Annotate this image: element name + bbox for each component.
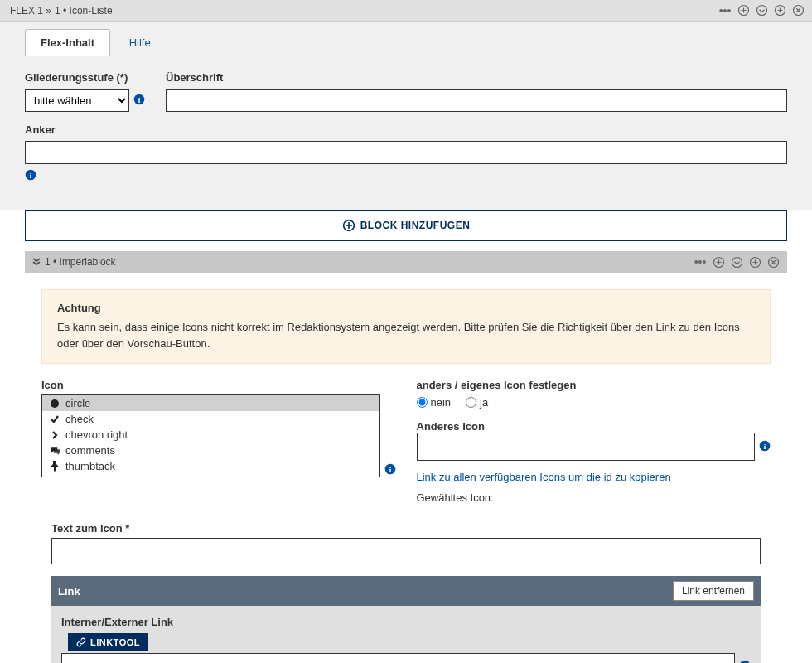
- form-area: Gliederungsstufe (*) bitte wählen i Über…: [0, 56, 812, 210]
- info-icon[interactable]: i: [25, 169, 787, 183]
- svg-point-1: [756, 6, 766, 16]
- anker-label: Anker: [25, 123, 787, 136]
- add-block-button[interactable]: BLOCK HINZUFÜGEN: [25, 210, 787, 241]
- circle-plus-icon[interactable]: [711, 254, 726, 269]
- icon-item-label: circle: [65, 397, 90, 409]
- warning-box: Achtung Es kann sein, dass einige Icons …: [41, 289, 771, 364]
- linktool-label: LINKTOOL: [90, 637, 140, 647]
- breadcrumb-flex[interactable]: FLEX 1 »: [10, 5, 51, 17]
- collapse-icon[interactable]: [31, 256, 41, 269]
- thumbtack-icon: [49, 461, 60, 472]
- circle-close-icon[interactable]: [790, 3, 805, 18]
- warning-title: Achtung: [57, 302, 755, 314]
- subpanel-header: 1 • Imperiablock •••: [25, 251, 787, 273]
- info-icon[interactable]: i: [133, 94, 145, 108]
- intext-link-label: Interner/Externer Link: [61, 616, 751, 628]
- circle-down-icon[interactable]: [754, 3, 769, 18]
- more-icon[interactable]: •••: [693, 254, 708, 269]
- icon-item-circle[interactable]: circle: [42, 395, 379, 411]
- gliederung-select[interactable]: bitte wählen: [25, 89, 129, 112]
- chevron-right-icon: [49, 429, 60, 441]
- icons-link[interactable]: Link zu allen verfügbaren Icons um die i…: [417, 471, 671, 483]
- icon-item-thumbtack[interactable]: thumbtack: [42, 458, 379, 474]
- circle-add-icon[interactable]: [747, 254, 762, 269]
- link-remove-button[interactable]: Link entfernen: [673, 581, 754, 601]
- ueberschrift-label: Überschrift: [166, 71, 787, 84]
- breadcrumb-current: 1 • Icon-Liste: [55, 5, 113, 17]
- icon-item-label: comments: [65, 444, 115, 457]
- radio-ja[interactable]: ja: [466, 396, 488, 409]
- circle-close-icon[interactable]: [766, 254, 781, 269]
- link-header: Link Link entfernen: [51, 576, 761, 606]
- comments-icon: [49, 445, 60, 457]
- icon-item-label: check: [65, 413, 94, 425]
- anker-input[interactable]: [25, 141, 787, 164]
- icon-label: Icon: [41, 379, 64, 391]
- icon-item-chevron-right[interactable]: chevron right: [42, 427, 379, 443]
- circle-plus-icon[interactable]: [736, 3, 751, 18]
- circle-down-icon[interactable]: [729, 254, 744, 269]
- anderes-icon-label: Anderes Icon: [417, 420, 485, 433]
- info-icon[interactable]: i: [384, 463, 396, 477]
- svg-point-10: [732, 257, 742, 267]
- text-icon-input[interactable]: [51, 538, 761, 564]
- text-icon-label: Text zum Icon *: [51, 522, 129, 535]
- anderes-icon-input[interactable]: [417, 433, 756, 461]
- tab-bar: Flex-Inhalt Hilfe: [0, 22, 812, 56]
- linktool-button[interactable]: LINKTOOL: [68, 633, 148, 651]
- check-icon: [49, 414, 60, 425]
- radio-nein[interactable]: nein: [417, 396, 452, 409]
- icon-item-label: thumbtack: [65, 460, 115, 472]
- circle-icon: [49, 398, 60, 409]
- add-block-label: BLOCK HINZUFÜGEN: [360, 220, 471, 231]
- icon-item-check[interactable]: check: [42, 411, 379, 427]
- icon-item-comments[interactable]: comments: [42, 443, 379, 458]
- icon-item-label: chevron right: [65, 428, 128, 441]
- link-header-title: Link: [58, 585, 80, 598]
- tab-flex-inhalt[interactable]: Flex-Inhalt: [25, 29, 110, 56]
- gliederung-label: Gliederungsstufe (*): [25, 71, 145, 84]
- ueberschrift-input[interactable]: [166, 89, 787, 112]
- info-icon[interactable]: i: [759, 440, 771, 454]
- link-input[interactable]: [61, 653, 735, 663]
- svg-point-13: [51, 399, 59, 408]
- custom-icon-label: anders / eigenes Icon festlegen: [417, 379, 577, 391]
- circle-add-icon[interactable]: [772, 3, 787, 18]
- gewaehltes-icon-label: Gewähltes Icon:: [417, 491, 771, 504]
- warning-text: Es kann sein, dass einige Icons nicht ko…: [57, 319, 755, 351]
- more-icon[interactable]: •••: [718, 3, 732, 18]
- subpanel-title: 1 • Imperiablock: [45, 256, 116, 268]
- panel-header: FLEX 1 » 1 • Icon-Liste •••: [0, 0, 812, 22]
- icon-listbox[interactable]: circlecheckchevron rightcommentsthumbtac…: [41, 394, 380, 477]
- tab-hilfe[interactable]: Hilfe: [114, 29, 167, 56]
- info-icon[interactable]: i: [739, 660, 751, 664]
